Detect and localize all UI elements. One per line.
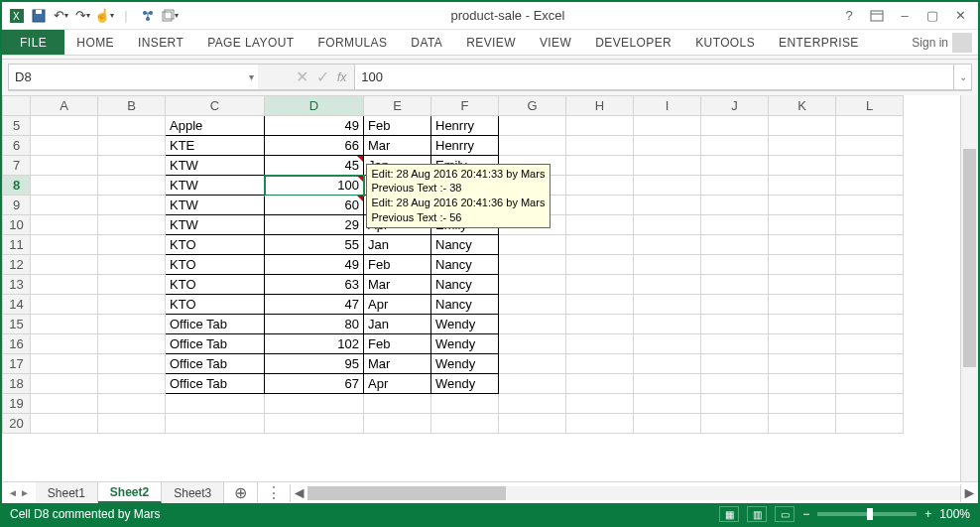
cell-K12[interactable] (769, 255, 836, 275)
row-header-5[interactable]: 5 (3, 116, 31, 136)
cell-C5[interactable]: Apple (166, 116, 265, 136)
file-tab[interactable]: FILE (2, 30, 64, 55)
cell-B14[interactable] (98, 295, 166, 315)
cell-D12[interactable]: 49 (265, 255, 364, 275)
cell-L16[interactable] (836, 334, 904, 354)
column-header-B[interactable]: B (98, 96, 166, 116)
cell-E13[interactable]: Mar (364, 275, 431, 295)
cell-C13[interactable]: KTO (166, 275, 265, 295)
cell-K13[interactable] (769, 275, 836, 295)
cell-E19[interactable] (364, 394, 431, 414)
cell-C17[interactable]: Office Tab (166, 354, 265, 374)
cell-L12[interactable] (836, 255, 904, 275)
row-header-19[interactable]: 19 (3, 394, 31, 414)
cell-H9[interactable] (566, 196, 634, 215)
view-pagebreak-icon[interactable]: ▭ (775, 506, 795, 522)
cell-K15[interactable] (769, 315, 836, 334)
touch-mode-icon[interactable]: ☝▾ (95, 7, 113, 25)
cell-I18[interactable] (634, 374, 701, 394)
cell-D15[interactable]: 80 (265, 315, 364, 334)
cell-K11[interactable] (769, 235, 836, 255)
row-header-12[interactable]: 12 (3, 255, 31, 275)
cell-J5[interactable] (701, 116, 769, 136)
cell-K17[interactable] (769, 354, 836, 374)
zoom-slider[interactable] (817, 512, 917, 516)
cell-K19[interactable] (769, 394, 836, 414)
cell-J6[interactable] (701, 136, 769, 156)
cell-J20[interactable] (701, 414, 769, 434)
cell-E14[interactable]: Apr (364, 295, 431, 315)
cell-D17[interactable]: 95 (265, 354, 364, 374)
cell-L6[interactable] (836, 136, 904, 156)
zoom-level[interactable]: 100% (939, 507, 970, 521)
cell-C9[interactable]: KTW (166, 196, 265, 215)
column-header-A[interactable]: A (31, 96, 98, 116)
cell-B15[interactable] (98, 315, 166, 334)
row-header-16[interactable]: 16 (3, 334, 31, 354)
horizontal-scrollbar[interactable]: ⋮ ◄ ► (257, 482, 978, 503)
cell-J10[interactable] (701, 215, 769, 235)
row-header-18[interactable]: 18 (3, 374, 31, 394)
name-box[interactable]: D8 ▾ (8, 64, 258, 90)
tab-insert[interactable]: INSERT (126, 30, 195, 55)
cell-C18[interactable]: Office Tab (166, 374, 265, 394)
cell-K10[interactable] (769, 215, 836, 235)
formula-expand-icon[interactable]: ⌄ (954, 64, 972, 90)
cell-C7[interactable]: KTW (166, 156, 265, 176)
cell-B7[interactable] (98, 156, 166, 176)
cell-H12[interactable] (566, 255, 634, 275)
cell-D20[interactable] (265, 414, 364, 434)
cell-G14[interactable] (499, 295, 566, 315)
help-button[interactable]: ? (837, 6, 861, 26)
cell-C15[interactable]: Office Tab (166, 315, 265, 334)
cell-J9[interactable] (701, 196, 769, 215)
cell-F17[interactable]: Wendy (431, 354, 499, 374)
cell-H10[interactable] (566, 215, 634, 235)
cell-I6[interactable] (634, 136, 701, 156)
cell-I12[interactable] (634, 255, 701, 275)
vertical-scrollbar[interactable] (960, 95, 978, 481)
zoom-in-button[interactable]: + (924, 507, 931, 521)
cell-B19[interactable] (98, 394, 166, 414)
sheet-tab-overflow-icon[interactable]: ⋮ (258, 483, 290, 502)
cell-A5[interactable] (31, 116, 98, 136)
cell-D14[interactable]: 47 (265, 295, 364, 315)
cell-J18[interactable] (701, 374, 769, 394)
cell-I8[interactable] (634, 176, 701, 196)
cell-C20[interactable] (166, 414, 265, 434)
row-header-7[interactable]: 7 (3, 156, 31, 176)
signin-link[interactable]: Sign in (912, 36, 948, 50)
row-header-6[interactable]: 6 (3, 136, 31, 156)
cell-C11[interactable]: KTO (166, 235, 265, 255)
cell-C6[interactable]: KTE (166, 136, 265, 156)
hscroll-track[interactable] (307, 486, 960, 500)
row-header-15[interactable]: 15 (3, 315, 31, 334)
cell-L19[interactable] (836, 394, 904, 414)
cell-D6[interactable]: 66 (265, 136, 364, 156)
tab-home[interactable]: HOME (64, 30, 126, 55)
cell-L5[interactable] (836, 116, 904, 136)
cell-F18[interactable]: Wendy (431, 374, 499, 394)
cell-G6[interactable] (499, 136, 566, 156)
cell-H18[interactable] (566, 374, 634, 394)
cell-A16[interactable] (31, 334, 98, 354)
cell-D11[interactable]: 55 (265, 235, 364, 255)
cell-A7[interactable] (31, 156, 98, 176)
cell-H13[interactable] (566, 275, 634, 295)
sheet-tab-sheet2[interactable]: Sheet2 (98, 482, 162, 503)
cell-J12[interactable] (701, 255, 769, 275)
cell-K7[interactable] (769, 156, 836, 176)
sheet-nav-next-icon[interactable]: ► (20, 487, 30, 498)
cell-I7[interactable] (634, 156, 701, 176)
cell-D9[interactable]: 60 (265, 196, 364, 215)
avatar-icon[interactable] (952, 33, 972, 53)
cell-J19[interactable] (701, 394, 769, 414)
cell-K18[interactable] (769, 374, 836, 394)
cell-H19[interactable] (566, 394, 634, 414)
cell-L14[interactable] (836, 295, 904, 315)
cell-I15[interactable] (634, 315, 701, 334)
cell-F11[interactable]: Nancy (431, 235, 499, 255)
cell-L13[interactable] (836, 275, 904, 295)
cell-J17[interactable] (701, 354, 769, 374)
cell-B18[interactable] (98, 374, 166, 394)
